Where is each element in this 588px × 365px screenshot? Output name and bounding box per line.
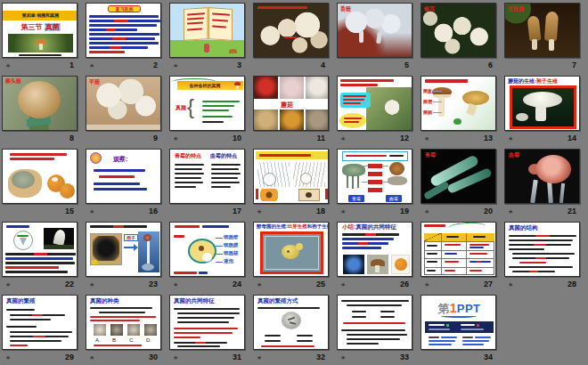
slide-thumbnail-7[interactable]: 羊肚菌 xyxy=(504,3,580,58)
text-line xyxy=(211,186,231,188)
slide-cell-15[interactable]: ★15 xyxy=(2,147,86,220)
slide-thumbnail-21[interactable]: 曲霉 xyxy=(504,149,580,204)
slide-thumbnail-18[interactable] xyxy=(253,149,329,204)
slide-cell-24[interactable]: 细胞壁 细胞膜 细胞核 液泡 ★24 xyxy=(169,220,253,293)
slide-cell-18[interactable]: ★18 xyxy=(253,147,337,220)
slide-thumbnail-30[interactable]: 真菌的种类 A. B. C. D. xyxy=(86,295,161,350)
slide-thumbnail-9[interactable]: 平菇 xyxy=(86,76,161,131)
slide-cell-30[interactable]: 真菌的种类 A. B. C. D. ★30 xyxy=(86,293,169,365)
slide-cell-10[interactable]: 各种各样的真菌 真菌 { ★10 xyxy=(169,74,253,147)
slide-cell-21[interactable]: 曲霉 ★21 xyxy=(504,147,588,220)
slide-thumbnail-6[interactable]: 银耳 xyxy=(421,3,496,58)
slide-thumbnail-20[interactable]: 青霉 xyxy=(421,149,496,204)
slide-thumbnail-31[interactable]: 真菌的共同特征 xyxy=(169,295,245,350)
slide-thumbnail-28[interactable]: 真菌的结构 xyxy=(504,222,580,277)
option-letter: D. xyxy=(146,337,151,343)
slide-thumbnail-22[interactable] xyxy=(2,222,78,277)
transition-icon: ★ xyxy=(5,354,11,361)
slide-number: 23 xyxy=(149,280,158,288)
transition-icon: ★ xyxy=(424,135,429,142)
slide-cell-20[interactable]: 青霉 ★20 xyxy=(421,147,504,220)
slide-thumbnail-23[interactable]: 孢子 xyxy=(86,222,161,277)
slide-thumbnail-12[interactable] xyxy=(337,76,412,131)
text-line xyxy=(512,253,575,255)
slide-thumbnail-15[interactable] xyxy=(2,149,78,204)
slide-cell-19[interactable]: 青霉 曲霉 ★19 xyxy=(337,147,421,220)
slide-number: 9 xyxy=(153,134,158,142)
heading-line xyxy=(424,224,445,227)
title-part: 第三节 xyxy=(20,23,42,31)
slide-thumbnail-29[interactable]: 真菌的繁殖 xyxy=(2,295,78,350)
mold-spot xyxy=(52,177,58,182)
slide-thumbnail-10[interactable]: 各种各样的真菌 真菌 { xyxy=(169,76,245,131)
footer-credit-line xyxy=(19,54,61,56)
slide-thumbnail-2[interactable]: 复习巩固 xyxy=(86,3,161,58)
cell-text-line xyxy=(470,247,484,248)
mushroom-stem-diagram xyxy=(466,103,478,116)
slide-cell-23[interactable]: 孢子 ★23 xyxy=(86,220,169,293)
slide-cell-4[interactable]: ★4 xyxy=(253,1,337,74)
slide-thumbnail-3[interactable] xyxy=(169,3,245,58)
transition-icon: ★ xyxy=(424,208,429,215)
slide-cell-11[interactable]: 蘑菇 ★11 xyxy=(253,74,337,147)
slide-cell-3[interactable]: ★3 xyxy=(169,1,253,74)
slide-cell-32[interactable]: 真菌的繁殖方式 ★32 xyxy=(253,293,337,365)
text-line xyxy=(5,253,76,256)
hypha-line xyxy=(352,175,354,189)
transition-icon: ★ xyxy=(173,354,178,361)
slide-cell-6[interactable]: 银耳 ★6 xyxy=(421,1,504,74)
slide-thumbnail-5[interactable]: 香菇 xyxy=(337,3,412,58)
slide-thumbnail-13[interactable]: 菌盖 菌褶 菌柄 xyxy=(421,76,496,131)
slide-cell-16[interactable]: 观察: ★16 xyxy=(86,147,169,220)
slide-cell-5[interactable]: 香菇 ★5 xyxy=(337,1,421,74)
slide-cell-13[interactable]: 菌盖 菌褶 菌柄 ★13 xyxy=(421,74,504,147)
slide-cell-31[interactable]: 真菌的共同特征 ★31 xyxy=(169,293,253,365)
slide-thumbnail-14[interactable]: 蘑菇的生殖:孢子生殖 xyxy=(504,76,580,131)
slide-cell-14[interactable]: 蘑菇的生殖:孢子生殖 ★14 xyxy=(504,74,588,147)
slide-thumbnail-1[interactable]: 第四章 细菌和真菌 第三节 真菌 xyxy=(2,3,78,58)
slide-cell-33[interactable]: ★33 xyxy=(337,293,421,365)
footer-text-line xyxy=(462,340,489,342)
slide-cell-27[interactable]: ★27 xyxy=(421,220,504,293)
slide-meta: ★20 xyxy=(421,206,496,217)
slide-thumbnail-17[interactable]: 青霉的特点 曲霉的特点 xyxy=(169,149,245,204)
slide-thumbnail-24[interactable]: 细胞壁 细胞膜 细胞核 液泡 xyxy=(169,222,245,277)
slide-thumbnail-34[interactable]: 第1PPT xyxy=(421,295,496,350)
slide-thumbnail-4[interactable] xyxy=(253,3,329,58)
photo-title-line xyxy=(257,6,307,9)
text-line xyxy=(509,266,573,268)
slide-cell-8[interactable]: 猴头菇 ★8 xyxy=(2,74,86,147)
slide-cell-26[interactable]: 小结:真菌的共同特征 ★26 xyxy=(337,220,421,293)
text-line xyxy=(99,312,145,313)
slide-thumbnail-26[interactable]: 小结:真菌的共同特征 xyxy=(337,222,412,277)
label-line xyxy=(216,262,223,263)
label-line xyxy=(362,166,368,166)
slide-thumbnail-25[interactable]: 酵母菌的生殖:出芽生殖和孢子生殖 xyxy=(253,222,329,277)
black-mold-patch xyxy=(93,236,119,261)
slide-thumbnail-11[interactable]: 蘑菇 xyxy=(253,76,329,131)
slide-thumbnail-8[interactable]: 猴头菇 xyxy=(2,76,78,131)
slide-cell-28[interactable]: 真菌的结构 ★28 xyxy=(504,220,588,293)
slide-cell-1[interactable]: 第四章 细菌和真菌 第三节 真菌 ★1 xyxy=(2,1,86,74)
green-check-mark xyxy=(446,324,449,327)
slide-cell-2[interactable]: 复习巩固 ★2 xyxy=(86,1,169,74)
nutrition-line xyxy=(199,272,208,274)
slide-cell-22[interactable]: ★22 xyxy=(2,220,86,293)
slide-thumbnail-33[interactable] xyxy=(337,295,412,350)
slide-cell-29[interactable]: 真菌的繁殖 ★29 xyxy=(2,293,86,365)
text-line xyxy=(509,239,573,241)
transition-icon: ★ xyxy=(508,135,513,142)
column-header-left: 青霉的特点 xyxy=(175,153,201,158)
slide-cell-12[interactable]: ★12 xyxy=(337,74,421,147)
slide-cell-17[interactable]: 青霉的特点 曲霉的特点 ★17 xyxy=(169,147,253,220)
hypha-line xyxy=(357,175,359,188)
slide-thumbnail-19[interactable]: 青霉 曲霉 xyxy=(337,149,412,204)
slide-cell-25[interactable]: 酵母菌的生殖:出芽生殖和孢子生殖 ★25 xyxy=(253,220,337,293)
slide-cell-7[interactable]: 羊肚菌 ★7 xyxy=(504,1,588,74)
slide-thumbnail-32[interactable]: 真菌的繁殖方式 xyxy=(253,295,329,350)
cell-part-label: 细胞膜 xyxy=(224,243,239,248)
slide-cell-9[interactable]: 平菇 ★9 xyxy=(86,74,169,147)
slide-thumbnail-27[interactable] xyxy=(421,222,496,277)
slide-cell-34[interactable]: 第1PPT ★34 xyxy=(421,293,504,365)
slide-thumbnail-16[interactable]: 观察: xyxy=(86,149,161,204)
